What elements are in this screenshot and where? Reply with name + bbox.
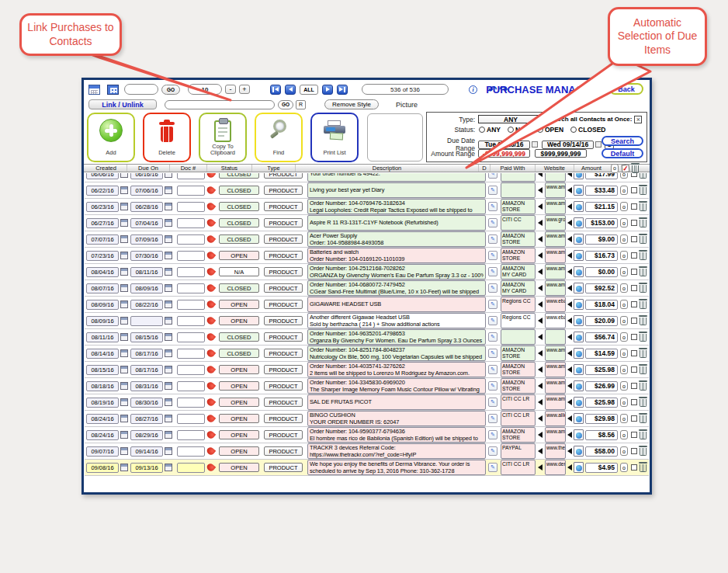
webpage-icon[interactable] bbox=[574, 201, 584, 212]
goto-related-icon[interactable] bbox=[538, 334, 543, 340]
doc-number-field[interactable] bbox=[177, 446, 205, 457]
header-d[interactable]: D bbox=[479, 165, 491, 172]
description-field[interactable]: Order Number: 104-0680072-7479452CGear S… bbox=[307, 280, 486, 296]
row-trash-icon[interactable] bbox=[640, 318, 647, 325]
status-button[interactable]: CLOSED bbox=[219, 234, 259, 244]
calendar-icon[interactable] bbox=[88, 85, 100, 95]
type-button[interactable]: PRODUCT bbox=[264, 381, 303, 391]
decrement-button[interactable]: - bbox=[225, 85, 236, 94]
search-button[interactable]: Search bbox=[601, 136, 643, 146]
type-button[interactable]: PRODUCT bbox=[264, 332, 303, 342]
goto-related-icon[interactable] bbox=[538, 415, 543, 422]
table-row[interactable]: 08/19/16 08/30/16 OPEN PRODUCT SAL DE FR… bbox=[85, 394, 649, 411]
row-checkbox[interactable] bbox=[631, 203, 637, 210]
row-trash-icon[interactable] bbox=[640, 285, 647, 293]
created-date-field[interactable]: 08/07/16 bbox=[86, 283, 119, 293]
calendar-icon[interactable] bbox=[120, 186, 128, 194]
amount-field[interactable]: $4.95 bbox=[585, 463, 618, 473]
description-field[interactable]: Batteries and watchOrder Number: 104-016… bbox=[307, 248, 486, 263]
o-button[interactable]: o bbox=[620, 316, 628, 325]
calendar-icon[interactable] bbox=[120, 415, 128, 422]
row-trash-icon[interactable] bbox=[640, 464, 647, 472]
description-field[interactable]: Aspire R 11 R3-131T-C1YF Notebook (Refur… bbox=[307, 215, 486, 231]
table-row[interactable]: 08/07/16 08/09/16 CLOSED PRODUCT Order N… bbox=[85, 280, 649, 297]
due-date-field[interactable]: 08/22/16 bbox=[130, 300, 163, 310]
calendar-icon[interactable] bbox=[165, 284, 172, 292]
created-date-field[interactable]: 08/09/16 bbox=[86, 300, 119, 310]
description-field[interactable]: Order Number: 104-0769476-3182634Legal L… bbox=[307, 199, 486, 214]
amount-field[interactable]: $29.98 bbox=[585, 414, 618, 424]
status-button[interactable]: CLOSED bbox=[219, 349, 259, 358]
due-date-field[interactable]: 08/09/16 bbox=[130, 283, 163, 293]
calendar-icon[interactable] bbox=[165, 431, 172, 439]
row-trash-icon[interactable] bbox=[640, 269, 647, 276]
description-field[interactable]: Your order number is 49422. bbox=[307, 173, 486, 182]
calendar-icon[interactable] bbox=[165, 333, 172, 341]
detail-button[interactable] bbox=[488, 283, 497, 293]
detail-button[interactable] bbox=[488, 316, 497, 325]
amount-field[interactable]: $0.00 bbox=[585, 267, 618, 277]
doc-number-field[interactable] bbox=[177, 283, 205, 293]
doc-number-field[interactable] bbox=[177, 173, 205, 179]
created-date-field[interactable]: 09/07/16 bbox=[86, 446, 119, 457]
status-button[interactable]: CLOSED bbox=[219, 186, 259, 195]
description-field[interactable]: We hope you enjoy the benefits of Derma … bbox=[307, 460, 486, 475]
created-date-field[interactable]: 06/22/16 bbox=[86, 186, 119, 196]
find-button[interactable]: Find bbox=[255, 113, 303, 162]
edit-doc-icon[interactable] bbox=[206, 185, 216, 195]
goto-related-icon[interactable] bbox=[567, 448, 572, 454]
row-checkbox[interactable] bbox=[631, 269, 637, 275]
type-button[interactable]: PRODUCT bbox=[264, 202, 303, 211]
description-field[interactable]: SAL DE FRUTAS PICOT bbox=[307, 394, 486, 410]
table-row[interactable]: 06/22/16 07/06/16 CLOSED PRODUCT Living … bbox=[85, 182, 649, 199]
o-button[interactable]: o bbox=[620, 186, 628, 195]
goto-related-icon[interactable] bbox=[567, 366, 572, 373]
due-date-field[interactable]: 08/31/16 bbox=[130, 381, 163, 391]
calendar-icon[interactable] bbox=[120, 333, 128, 341]
doc-number-field[interactable] bbox=[177, 202, 205, 212]
goto-related-icon[interactable] bbox=[567, 269, 572, 275]
edit-doc-icon[interactable] bbox=[206, 446, 216, 456]
created-date-field[interactable]: 07/07/16 bbox=[86, 234, 119, 245]
website-field[interactable]: www.amazon.c bbox=[545, 199, 566, 214]
goto-related-icon[interactable] bbox=[538, 252, 543, 259]
table-row[interactable]: 08/09/16 08/22/16 OPEN PRODUCT GIGAWARE … bbox=[85, 297, 649, 313]
detail-button[interactable] bbox=[488, 398, 497, 407]
calendar-picker-icon[interactable] bbox=[595, 141, 601, 148]
webpage-icon[interactable] bbox=[574, 283, 584, 293]
webpage-icon[interactable] bbox=[574, 299, 584, 310]
goto-related-icon[interactable] bbox=[567, 220, 572, 226]
table-row[interactable]: 06/06/16 06/16/16 CLOSED PRODUCT Your or… bbox=[85, 173, 649, 182]
webpage-icon[interactable] bbox=[574, 397, 584, 408]
goto-related-icon[interactable] bbox=[567, 432, 572, 438]
o-button[interactable]: o bbox=[620, 446, 628, 456]
status-radio-open[interactable]: OPEN bbox=[537, 126, 563, 134]
paid-with-field[interactable]: AMAZON STORE bbox=[501, 248, 536, 263]
webpage-icon[interactable] bbox=[574, 315, 584, 326]
row-checkbox[interactable] bbox=[631, 399, 637, 405]
amount-field[interactable]: $20.09 bbox=[585, 316, 618, 326]
website-field[interactable]: www.ebay.com bbox=[545, 297, 566, 312]
table-row[interactable]: 08/15/16 08/17/16 OPEN PRODUCT Order Num… bbox=[85, 362, 649, 378]
goto-related-icon[interactable] bbox=[567, 334, 572, 340]
edit-doc-icon[interactable] bbox=[206, 332, 216, 342]
doc-number-field[interactable] bbox=[177, 349, 205, 359]
description-field[interactable]: Acer Power SupplyOrder: 104-9588984-8493… bbox=[307, 231, 486, 247]
goto-related-icon[interactable] bbox=[538, 220, 543, 226]
doc-number-field[interactable] bbox=[177, 365, 205, 375]
calendar-icon[interactable] bbox=[120, 300, 128, 308]
website-field[interactable]: www.amazon.c bbox=[545, 264, 566, 280]
amount-field[interactable]: $26.99 bbox=[585, 381, 618, 391]
edit-doc-icon[interactable] bbox=[206, 283, 216, 293]
goto-related-icon[interactable] bbox=[538, 301, 543, 307]
goto-related-icon[interactable] bbox=[567, 399, 572, 405]
paid-with-field[interactable]: CITI CC LR bbox=[501, 411, 536, 426]
header-type[interactable]: Type bbox=[252, 165, 296, 172]
calendar-icon[interactable] bbox=[120, 382, 128, 390]
o-button[interactable]: o bbox=[620, 332, 628, 342]
detail-button[interactable] bbox=[488, 251, 497, 260]
next-record-button[interactable] bbox=[322, 85, 333, 95]
table-row[interactable]: 08/24/16 08/29/16 OPEN PRODUCT Order Num… bbox=[85, 427, 649, 443]
goto-related-icon[interactable] bbox=[538, 350, 543, 356]
paid-with-field[interactable] bbox=[501, 182, 536, 198]
